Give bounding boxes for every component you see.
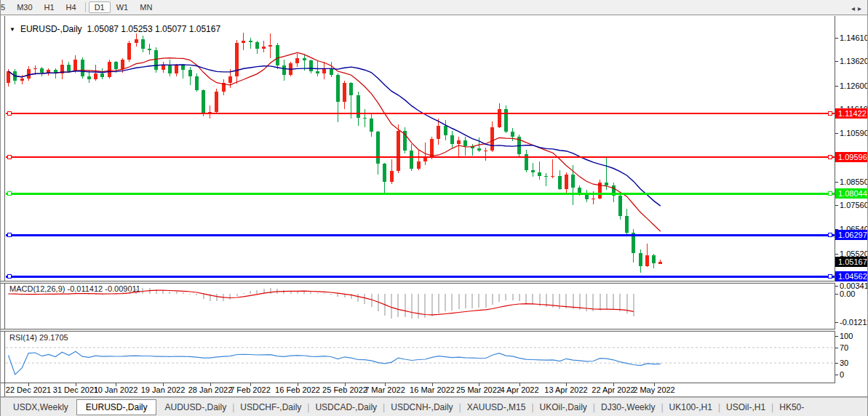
line-handle[interactable] [7,275,11,279]
candle-body[interactable] [383,164,386,182]
candle-body[interactable] [87,76,91,80]
candle-body[interactable] [195,76,199,91]
candle-body[interactable] [282,65,286,75]
candle-body[interactable] [73,60,77,71]
candle-body[interactable] [592,199,595,200]
candle-body[interactable] [228,76,232,84]
candle-body[interactable] [67,65,71,71]
timeframe-button-d1[interactable]: D1 [89,1,111,13]
candle-body[interactable] [255,42,259,49]
candle-body[interactable] [558,176,562,189]
candle-body[interactable] [148,49,151,50]
candle-body[interactable] [168,65,172,73]
candle-body[interactable] [127,43,131,60]
chart-tab-usdcnh-daily[interactable]: USDCNH-,Daily [386,400,458,415]
candle-body[interactable] [262,47,266,49]
candle-body[interactable] [181,65,185,71]
price-level-label-1.06297[interactable]: 1.06297 [835,230,868,240]
candle-body[interactable] [565,175,568,189]
candle-body[interactable] [531,170,535,172]
candle-body[interactable] [645,255,649,266]
candle-body[interactable] [423,158,427,161]
candle-body[interactable] [108,62,111,77]
candle-body[interactable] [477,148,481,151]
price-level-label-1.08044[interactable]: 1.08044 [835,188,868,199]
chart-tab-eurusd-daily[interactable]: EURUSD-,Daily [76,399,157,415]
candle-body[interactable] [316,71,319,73]
line-handle[interactable] [828,112,832,116]
main-chart-plot[interactable] [6,17,835,281]
candle-body[interactable] [544,176,548,177]
candle-body[interactable] [658,262,662,264]
chart-tab-usoil-h1[interactable]: USOil-,H1 [721,400,771,415]
macd-plot[interactable] [6,284,835,329]
price-level-line-1.11422[interactable] [6,113,835,114]
candle-body[interactable] [175,65,178,73]
candle-body[interactable] [490,127,494,151]
timeframe-button-mn[interactable]: MN [134,1,158,13]
line-handle[interactable] [7,112,11,116]
candle-body[interactable] [154,50,158,71]
chart-tab-usdcad-daily[interactable]: USDCAD-,Daily [310,400,382,415]
candle-body[interactable] [639,253,642,266]
tab-scroll-left-button[interactable]: ◂ [851,4,858,12]
price-level-line-1.06297[interactable] [6,234,835,236]
candle-body[interactable] [121,60,124,69]
candle-body[interactable] [410,151,413,169]
candle-body[interactable] [303,58,306,60]
candle-body[interactable] [397,131,400,172]
candle-body[interactable] [450,135,454,143]
candle-body[interactable] [538,172,541,176]
candle-body[interactable] [100,73,104,78]
candle-body[interactable] [625,216,629,233]
candle-body[interactable] [376,132,380,164]
candle-body[interactable] [135,39,138,43]
candle-body[interactable] [94,73,97,80]
candle-body[interactable] [330,69,333,75]
candle-body[interactable] [652,255,656,263]
candle-body[interactable] [618,196,622,216]
timeframe-button-h4[interactable]: H4 [60,1,82,13]
timeframe-button-m30[interactable]: M30 [11,1,38,13]
price-level-line-1.04562[interactable] [6,276,835,278]
candle-body[interactable] [322,69,326,74]
candle-body[interactable] [81,60,84,76]
candle-body[interactable] [349,83,353,95]
candle-body[interactable] [215,92,218,112]
price-level-label-1.09596[interactable]: 1.09596 [835,152,868,162]
rsi-plot[interactable] [6,332,835,381]
line-handle[interactable] [7,155,11,159]
candle-body[interactable] [268,45,272,47]
candle-body[interactable] [208,112,212,113]
candle-body[interactable] [7,71,10,83]
candle-body[interactable] [47,70,50,72]
chart-tab-audusd-daily[interactable]: AUDUSD-,Daily [159,400,231,415]
chart-tab-usdx-weekly[interactable]: USDX,Weekly [8,400,73,415]
candle-body[interactable] [33,68,37,69]
price-level-line-1.09596[interactable] [6,156,835,158]
candle-body[interactable] [605,183,608,185]
price-level-label-1.04562[interactable]: 1.04562 [835,271,868,281]
candle-body[interactable] [188,70,192,76]
chart-tab-dj30-weekly[interactable]: DJ30-,Weekly [596,400,660,415]
candle-body[interactable] [463,140,467,146]
candle-body[interactable] [141,39,145,49]
candle-body[interactable] [390,171,394,182]
candle-body[interactable] [417,161,421,169]
chart-tab-hk50-[interactable]: HK50- [774,400,809,415]
line-handle[interactable] [828,275,832,279]
line-handle[interactable] [7,233,11,237]
candle-body[interactable] [162,65,165,71]
candle-body[interactable] [114,62,118,69]
candle-body[interactable] [249,41,252,42]
candle-body[interactable] [551,176,554,177]
candle-body[interactable] [20,79,24,81]
candle-body[interactable] [484,151,487,151]
line-handle[interactable] [828,192,832,196]
candle-body[interactable] [511,132,514,137]
candle-body[interactable] [336,75,340,102]
candle-body[interactable] [457,140,461,144]
chart-tab-xauusd-m15[interactable]: XAUUSD-,M15 [462,400,531,415]
candle-body[interactable] [437,126,440,139]
chart-tab-ukoil-daily[interactable]: UKOil-,Daily [535,400,592,415]
